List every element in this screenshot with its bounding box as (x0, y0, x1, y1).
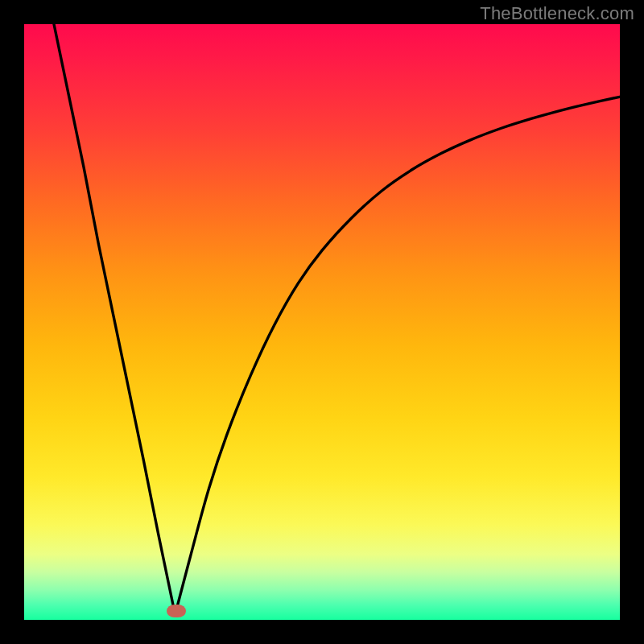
watermark-text: TheBottleneck.com (480, 3, 634, 24)
curve-right-branch (176, 97, 620, 611)
curve-left-branch (54, 24, 176, 611)
optimal-point-marker (167, 605, 186, 617)
bottleneck-curve (24, 24, 620, 620)
plot-area (24, 24, 620, 620)
